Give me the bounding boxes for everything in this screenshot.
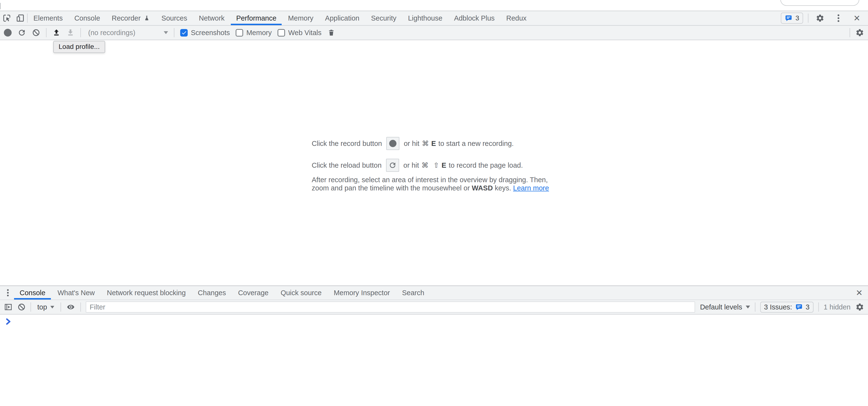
web-vitals-checkbox[interactable]: Web Vitals: [278, 29, 321, 37]
drawer-tab-quick-source[interactable]: Quick source: [275, 286, 328, 300]
log-levels-select[interactable]: Default levels: [700, 303, 750, 311]
performance-panel-content: Click the record button or hit ⌘ E to st…: [0, 40, 868, 285]
device-toolbar-button[interactable]: [13, 11, 27, 25]
memory-checkbox[interactable]: Memory: [236, 29, 272, 37]
tab-redux[interactable]: Redux: [500, 11, 532, 25]
load-profile-button[interactable]: [52, 29, 61, 37]
javascript-context-select[interactable]: top: [36, 303, 56, 311]
record-instruction-mid: or hit: [404, 140, 419, 147]
drawer-tab-coverage[interactable]: Coverage: [232, 286, 275, 300]
reload-button-illustration: [386, 159, 399, 172]
console-settings-button[interactable]: [856, 303, 864, 311]
issues-counter-button[interactable]: 3: [781, 12, 803, 24]
clear-button[interactable]: [32, 29, 40, 37]
wasd-keys-text: WASD: [472, 184, 493, 192]
save-profile-button[interactable]: [66, 29, 74, 37]
drawer-menu-button[interactable]: [2, 286, 13, 300]
shift-key-glyph: ⇧: [433, 161, 439, 169]
panel-tabs: Elements Console Recorder Sources Networ…: [28, 11, 532, 25]
more-options-button[interactable]: [832, 14, 845, 23]
tab-console[interactable]: Console: [68, 11, 106, 25]
separator: [818, 302, 819, 312]
record-button[interactable]: [4, 29, 11, 37]
download-icon: [66, 29, 74, 37]
settings-gear-icon: [856, 28, 864, 37]
e-key-glyph: E: [431, 140, 436, 147]
recordings-history-select[interactable]: (no recordings): [87, 29, 168, 37]
paragraph-line2-end: keys.: [495, 184, 511, 192]
issues-chat-icon: [795, 303, 803, 311]
tab-adblock-plus[interactable]: Adblock Plus: [448, 11, 501, 25]
hidden-messages-count: 1 hidden: [824, 303, 850, 311]
tabbar-right-controls: 3 ✕: [781, 11, 868, 25]
context-value: top: [37, 303, 47, 311]
tab-elements[interactable]: Elements: [28, 11, 68, 25]
drawer-tabbar: Console What's New Network request block…: [0, 286, 868, 300]
screenshots-checkbox[interactable]: Screenshots: [180, 29, 230, 37]
separator: [31, 302, 31, 312]
cmd-key-glyph: ⌘: [422, 139, 429, 147]
memory-label: Memory: [246, 29, 272, 37]
issues-count: 3: [806, 303, 810, 311]
checkbox-checked-icon: [180, 29, 188, 37]
browser-strip: [0, 0, 868, 11]
settings-button[interactable]: [813, 14, 827, 23]
clear-console-button[interactable]: [18, 303, 26, 311]
load-profile-tooltip: Load profile...: [53, 41, 105, 53]
console-sidebar-toggle-button[interactable]: [4, 303, 12, 311]
garbage-collect-button[interactable]: [328, 29, 335, 37]
recordings-select-value: (no recordings): [88, 29, 135, 37]
settings-gear-icon: [856, 303, 864, 311]
perf-toolbar-right: [849, 28, 864, 37]
drawer-tabs: Console What's New Network request block…: [13, 286, 430, 300]
tab-recorder-label: Recorder: [112, 14, 141, 22]
record-instruction-line: Click the record button or hit ⌘ E to st…: [312, 137, 556, 150]
cmd-key-glyph: ⌘: [422, 161, 428, 169]
tab-sources[interactable]: Sources: [156, 11, 193, 25]
device-toolbar-icon: [16, 13, 25, 23]
drawer-tab-memory-inspector[interactable]: Memory Inspector: [328, 286, 396, 300]
reload-icon: [389, 161, 397, 169]
issues-count: 3: [795, 14, 799, 22]
console-issues-button[interactable]: 3 Issues: 3: [760, 302, 813, 313]
tab-network[interactable]: Network: [193, 11, 230, 25]
inspect-element-button[interactable]: [0, 11, 13, 25]
separator: [755, 302, 755, 312]
close-icon: ✕: [854, 14, 861, 22]
drawer-tab-whats-new[interactable]: What's New: [51, 286, 101, 300]
separator: [81, 28, 81, 37]
trash-icon: [328, 29, 335, 37]
reload-instruction-suffix: to record the page load.: [449, 161, 523, 169]
console-messages-area[interactable]: [0, 314, 868, 406]
drawer-close-button[interactable]: ✕: [850, 286, 868, 300]
tab-application[interactable]: Application: [319, 11, 365, 25]
tab-performance[interactable]: Performance: [230, 11, 282, 25]
issues-chat-icon: [785, 14, 793, 22]
drawer-tab-search[interactable]: Search: [396, 286, 430, 300]
close-devtools-button[interactable]: ✕: [850, 14, 864, 22]
issues-label: 3 Issues:: [764, 303, 792, 311]
reload-icon: [18, 28, 26, 37]
learn-more-link[interactable]: Learn more: [513, 184, 549, 192]
tab-memory[interactable]: Memory: [282, 11, 319, 25]
live-expression-button[interactable]: [66, 303, 75, 311]
record-icon: [4, 29, 11, 37]
sidebar-toggle-icon: [4, 303, 12, 311]
tab-security[interactable]: Security: [365, 11, 402, 25]
caret-down-icon: [164, 31, 168, 34]
drawer-tab-network-request-blocking[interactable]: Network request blocking: [101, 286, 192, 300]
drawer-tab-console[interactable]: Console: [13, 286, 51, 300]
clear-icon: [18, 303, 26, 311]
main-tabbar: Elements Console Recorder Sources Networ…: [0, 11, 868, 26]
reload-and-record-button[interactable]: [18, 28, 26, 37]
record-instruction-prefix: Click the record button: [312, 140, 382, 147]
devtools-window: Elements Console Recorder Sources Networ…: [0, 0, 868, 406]
console-filter-input[interactable]: [86, 302, 695, 313]
experiment-flask-icon: [144, 14, 150, 22]
capture-settings-button[interactable]: [856, 28, 864, 37]
record-icon: [389, 140, 397, 147]
tab-lighthouse[interactable]: Lighthouse: [402, 11, 448, 25]
drawer-tab-changes[interactable]: Changes: [192, 286, 232, 300]
browser-popup-remnant: [780, 0, 859, 6]
tab-recorder[interactable]: Recorder: [106, 11, 155, 25]
